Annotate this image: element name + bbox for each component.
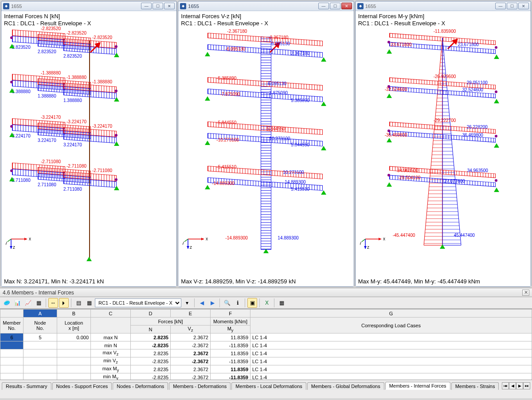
cell-location: 0.000 (57, 333, 91, 341)
maximize-button[interactable]: ☐ (153, 3, 163, 9)
tab-members-local-deformations[interactable]: Members - Local Deformations (231, 382, 306, 390)
diagram-summary: Max M-y: 45.447449, Min M-y: -45.447449 … (358, 278, 480, 285)
minimize-button[interactable]: — (318, 3, 329, 9)
tb-excel-icon[interactable]: X (262, 298, 272, 308)
n-value-label: 2.711080 (38, 182, 56, 187)
n-value-label: 2.711080 (63, 187, 82, 192)
tab-scroll-prev[interactable]: ◀ (509, 382, 516, 389)
table-row[interactable]: max Vz2.82352.367211.8359LC 1-4 (0, 349, 532, 357)
app-icon: ◆ (357, 3, 364, 9)
tab-scroll-next[interactable]: ▶ (516, 382, 523, 389)
cell-loadcase: LC 1-4 (250, 341, 532, 349)
tb-highlight-icon[interactable]: ↔ (48, 298, 58, 308)
n-value-label: -3.224170 (66, 119, 86, 124)
tb-filter-icon[interactable]: ⏵ (59, 298, 69, 308)
header-n: N (131, 325, 171, 333)
row-header[interactable] (0, 373, 23, 380)
tb-calculator-icon[interactable]: ▦ (277, 298, 286, 308)
table-row[interactable]: max My2.82352.367211.8359LC 1-4 (0, 365, 532, 373)
maximize-button[interactable]: ☐ (330, 3, 340, 9)
mdi-workspace: ◆ 1655 — ☐ ✕ Internal Forces N [kN] RC1 … (0, 0, 532, 288)
diagram-body-n: Internal Forces N [kN] RC1 : DLC1 - Resu… (1, 11, 176, 286)
hinge-icon (10, 36, 13, 39)
tb-marker-icon[interactable]: ▣ (247, 298, 257, 308)
svg-marker-27 (424, 38, 442, 245)
diagram-heading-1: Internal Forces V-z [kN] (181, 13, 351, 20)
table-row[interactable]: min My-2.8235-2.3672-11.8359LC 1-4 (0, 373, 532, 380)
cell-type: min N (91, 341, 131, 349)
n-value-label: 2.823520 (38, 49, 56, 54)
table-row[interactable]: min N-2.8235-2.3672-11.8359LC 1-4 (0, 341, 532, 349)
tb-find-icon[interactable]: 🔍 (222, 298, 232, 308)
tab-nodes-deformations[interactable]: Nodes - Deformations (113, 382, 168, 390)
tb-dropdown-icon[interactable]: ▾ (182, 298, 192, 308)
cell-my: -11.8359 (211, 373, 250, 380)
column-letter[interactable]: B (57, 310, 91, 318)
close-button[interactable]: ✕ (341, 3, 352, 9)
mdi-titlebar[interactable]: ◆ 1655 — ☐ ✕ (1, 1, 176, 11)
tb-prev-icon[interactable]: ◀ (197, 298, 207, 308)
table-row[interactable]: min Vz-2.8235-2.3672-11.8359LC 1-4 (0, 357, 532, 365)
tab-members-global-deformations[interactable]: Members - Global Deformations (307, 382, 384, 390)
axis-gizmo: x z y (6, 223, 32, 250)
cell-vz: 2.3672 (171, 333, 211, 341)
diagram-canvas-my[interactable]: x z y -11.835900-23.67180023.671800-26.9… (358, 28, 528, 276)
minimize-button[interactable]: — (141, 3, 152, 9)
tb-case-icon[interactable]: 🥏 (2, 298, 12, 308)
vz-value-label: -5.844550 (265, 126, 285, 131)
cell-type: max My (91, 365, 131, 373)
column-letter[interactable]: E (171, 310, 211, 318)
column-letter[interactable]: F (211, 310, 250, 318)
tb-grid2-icon[interactable]: ▦ (84, 298, 94, 308)
tab-scroll-last[interactable]: ⏭ (523, 382, 530, 389)
column-letter[interactable]: G (250, 310, 532, 318)
column-letter[interactable]: C (91, 310, 131, 318)
panel-titlebar[interactable]: 4.6 Members - Internal Forces ✕ (0, 288, 532, 297)
tab-members-strains[interactable]: Members - Strains (451, 382, 499, 390)
column-letter[interactable]: A (23, 310, 57, 318)
close-button[interactable]: ✕ (164, 3, 175, 9)
load-case-select[interactable]: RC1 - DLC1 - Result Envelope - X (95, 298, 181, 307)
cell-node (23, 373, 57, 380)
row-header[interactable] (0, 357, 23, 365)
vz-value-label: -6.095130 (225, 47, 245, 51)
support-icon (9, 44, 15, 48)
tb-next-icon[interactable]: ▶ (207, 298, 217, 308)
close-button[interactable]: ✕ (518, 3, 529, 9)
hinge-icon (10, 169, 13, 172)
cell-n: 2.8235 (131, 333, 171, 341)
tb-grid-icon[interactable]: ▤ (74, 298, 83, 308)
row-header[interactable] (0, 349, 23, 357)
diagram-heading-1: Internal Forces N [kN] (4, 13, 174, 20)
mdi-titlebar[interactable]: ◆ 1655 — ☐ ✕ (356, 1, 531, 11)
tab-results-summary[interactable]: Results - Summary (2, 382, 51, 390)
vz-value-label: -10.273100 (216, 137, 239, 142)
diagram-canvas-vz[interactable]: x z y -2.367180-2.367180-6.0951306.09513… (181, 28, 351, 276)
hinge-icon (387, 129, 390, 132)
diagram-canvas-n[interactable]: x z y -2.8235202.823520-2.8235202.823520… (4, 28, 174, 276)
tab-nodes-support-forces[interactable]: Nodes - Support Forces (52, 382, 112, 390)
column-letter[interactable]: D (131, 310, 171, 318)
header-corresponding: Corresponding Load Cases (250, 318, 532, 333)
tb-envelope-icon[interactable]: 📊 (12, 298, 22, 308)
my-value-label: 29.051100 (467, 80, 488, 85)
tab-scroll-first[interactable]: ⏮ (502, 382, 509, 389)
tab-members-deformations[interactable]: Members - Deformations (169, 382, 231, 390)
maximize-button[interactable]: ☐ (507, 3, 517, 9)
row-header[interactable]: 6 (0, 333, 23, 341)
tab-members-internal-forces[interactable]: Members - Internal Forces (385, 382, 450, 390)
table-row[interactable]: 650.000max N2.82352.367211.8359LC 1-4 (0, 333, 532, 341)
cell-n: -2.8235 (131, 357, 171, 365)
tb-chart-icon[interactable]: 📈 (23, 298, 33, 308)
panel-close-button[interactable]: ✕ (522, 290, 529, 296)
row-header[interactable] (0, 341, 23, 349)
tb-table-icon[interactable]: ▦ (34, 298, 43, 308)
support-icon (494, 188, 499, 192)
hinge-icon (10, 125, 13, 128)
results-grid[interactable]: ABCDEFG MemberNo. NodeNo. Locationx [m] … (0, 309, 532, 380)
vz-value-label: 5.415510 (291, 187, 309, 192)
mdi-titlebar[interactable]: ◆ 1655 — ☐ ✕ (178, 1, 353, 11)
row-header[interactable] (0, 365, 23, 373)
tb-info-icon[interactable]: ℹ (233, 298, 243, 308)
minimize-button[interactable]: — (495, 3, 506, 9)
